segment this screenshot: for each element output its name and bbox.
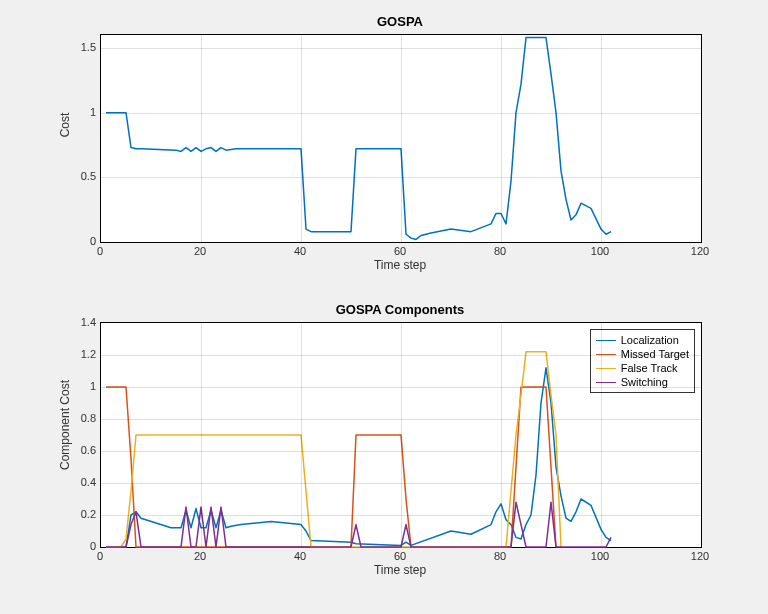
xtick-label: 100 <box>591 550 609 562</box>
gridline <box>601 35 602 242</box>
gridline <box>201 35 202 242</box>
gridline <box>101 48 701 49</box>
ytick-label: 1.4 <box>70 316 96 328</box>
series-line <box>106 368 611 547</box>
xtick-label: 0 <box>97 550 103 562</box>
legend-label: False Track <box>621 362 678 374</box>
gridline <box>401 35 402 242</box>
ytick-label: 1 <box>70 380 96 392</box>
legend-swatch <box>596 368 616 369</box>
ytick-label: 1.5 <box>70 41 96 53</box>
xtick-label: 60 <box>394 550 406 562</box>
gridline <box>101 451 701 452</box>
gridline <box>301 35 302 242</box>
gridline <box>501 323 502 547</box>
ytick-label: 0.2 <box>70 508 96 520</box>
legend-swatch <box>596 382 616 383</box>
gridline <box>201 323 202 547</box>
gridline <box>601 323 602 547</box>
top-axes <box>100 34 702 243</box>
gridline <box>101 177 701 178</box>
top-title: GOSPA <box>100 14 700 29</box>
ytick-label: 0 <box>70 540 96 552</box>
series-line <box>106 352 561 547</box>
gridline <box>401 323 402 547</box>
legend-label: Localization <box>621 334 679 346</box>
bottom-axes: Localization Missed Target False Track S… <box>100 322 702 548</box>
gridline <box>101 355 701 356</box>
ytick-label: 0 <box>70 235 96 247</box>
legend-swatch <box>596 340 616 341</box>
xtick-label: 100 <box>591 245 609 257</box>
series-line <box>106 38 611 240</box>
gridline <box>101 483 701 484</box>
legend-item-localization: Localization <box>596 333 689 347</box>
gridline <box>101 419 701 420</box>
xtick-label: 80 <box>494 245 506 257</box>
xtick-label: 40 <box>294 550 306 562</box>
ytick-label: 0.4 <box>70 476 96 488</box>
ytick-label: 1.2 <box>70 348 96 360</box>
gridline <box>301 323 302 547</box>
figure: GOSPA Time step Cost Localization Missed… <box>0 0 768 614</box>
ytick-label: 0.5 <box>70 170 96 182</box>
bottom-xlabel: Time step <box>100 563 700 577</box>
ytick-label: 0.8 <box>70 412 96 424</box>
series-line <box>106 387 556 547</box>
xtick-label: 40 <box>294 245 306 257</box>
legend-label: Missed Target <box>621 348 689 360</box>
gridline <box>501 35 502 242</box>
ytick-label: 1 <box>70 106 96 118</box>
xtick-label: 60 <box>394 245 406 257</box>
gridline <box>101 387 701 388</box>
top-xlabel: Time step <box>100 258 700 272</box>
legend-item-missed: Missed Target <box>596 347 689 361</box>
xtick-label: 0 <box>97 245 103 257</box>
xtick-label: 120 <box>691 550 709 562</box>
bottom-title: GOSPA Components <box>100 302 700 317</box>
xtick-label: 20 <box>194 245 206 257</box>
legend-item-false: False Track <box>596 361 689 375</box>
legend: Localization Missed Target False Track S… <box>590 329 695 393</box>
ytick-label: 0.6 <box>70 444 96 456</box>
xtick-label: 120 <box>691 245 709 257</box>
gridline <box>101 113 701 114</box>
xtick-label: 80 <box>494 550 506 562</box>
gridline <box>101 515 701 516</box>
xtick-label: 20 <box>194 550 206 562</box>
top-ylabel: Cost <box>58 95 72 155</box>
